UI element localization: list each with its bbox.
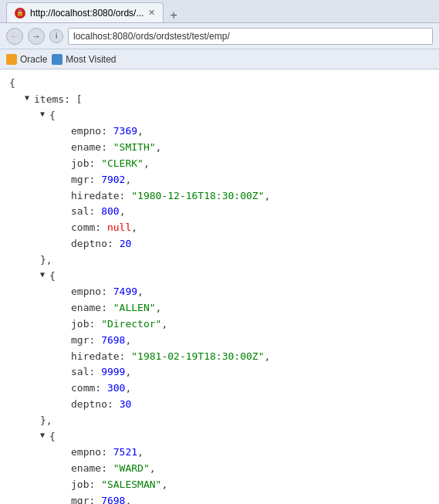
root-open-brace: {	[9, 76, 430, 92]
oracle-bookmark-icon	[6, 54, 17, 65]
item2-close: },	[9, 413, 430, 429]
item1-collapse-toggle[interactable]: ▼	[40, 108, 49, 120]
item3-collapse-toggle[interactable]: ▼	[40, 429, 49, 441]
item3-ename: ename: "WARD",	[9, 461, 430, 477]
item1-empno: empno: 7369,	[9, 123, 430, 140]
oracle-bookmark-label: Oracle	[20, 54, 47, 65]
tab-favicon: 🔒	[15, 8, 25, 19]
json-content: { ▼ items: [ ▼ { empno: 7369, ename: "SM…	[0, 69, 439, 504]
info-button[interactable]: i	[49, 29, 63, 43]
item2-mgr: mgr: 7698,	[9, 333, 430, 349]
item2-job: job: "Director",	[9, 316, 430, 333]
item2-collapse-toggle[interactable]: ▼	[40, 269, 49, 281]
back-button[interactable]: ←	[6, 28, 23, 45]
items-collapse-toggle[interactable]: ▼	[25, 92, 34, 104]
item3-open: ▼ {	[9, 429, 430, 445]
item2-sal: sal: 9999,	[9, 364, 430, 381]
oracle-bookmark[interactable]: Oracle	[6, 54, 47, 65]
item3-mgr: mgr: 7698,	[9, 493, 430, 504]
bookmarks-bar: Oracle Most Visited	[0, 49, 439, 69]
items-key-line: ▼ items: [	[9, 92, 430, 108]
most-visited-bookmark[interactable]: Most Visited	[52, 54, 116, 65]
item2-deptno: deptno: 30	[9, 397, 430, 413]
most-visited-icon	[52, 54, 62, 65]
forward-button[interactable]: →	[28, 28, 45, 45]
item2-comm: comm: 300,	[9, 381, 430, 397]
item1-open: ▼ {	[9, 108, 430, 124]
tab-area: 🔒 http://localhost:8080/ords/... ✕ +	[6, 0, 181, 22]
item2-hiredate: hiredate: "1981-02-19T18:30:00Z",	[9, 349, 430, 365]
item1-mgr: mgr: 7902,	[9, 172, 430, 188]
most-visited-label: Most Visited	[66, 54, 116, 65]
item1-deptno: deptno: 20	[9, 236, 430, 252]
tab-close-button[interactable]: ✕	[148, 8, 155, 18]
item1-hiredate: hiredate: "1980-12-16T18:30:00Z",	[9, 188, 430, 205]
item1-close: },	[9, 252, 430, 269]
active-tab[interactable]: 🔒 http://localhost:8080/ords/... ✕	[6, 2, 164, 22]
title-bar: 🔒 http://localhost:8080/ords/... ✕ +	[0, 0, 439, 23]
item2-open: ▼ {	[9, 269, 430, 285]
url-bar[interactable]	[68, 28, 433, 45]
new-tab-button[interactable]: +	[167, 8, 180, 22]
item3-empno: empno: 7521,	[9, 445, 430, 461]
item2-ename: ename: "ALLEN",	[9, 300, 430, 316]
item1-sal: sal: 800,	[9, 204, 430, 220]
address-bar: ← → i	[0, 23, 439, 49]
item1-comm: comm: null,	[9, 220, 430, 236]
tab-title: http://localhost:8080/ords/...	[30, 8, 144, 19]
item1-job: job: "CLERK",	[9, 156, 430, 172]
item3-job: job: "SALESMAN",	[9, 477, 430, 493]
item2-empno: empno: 7499,	[9, 284, 430, 300]
item1-ename: ename: "SMITH",	[9, 140, 430, 156]
